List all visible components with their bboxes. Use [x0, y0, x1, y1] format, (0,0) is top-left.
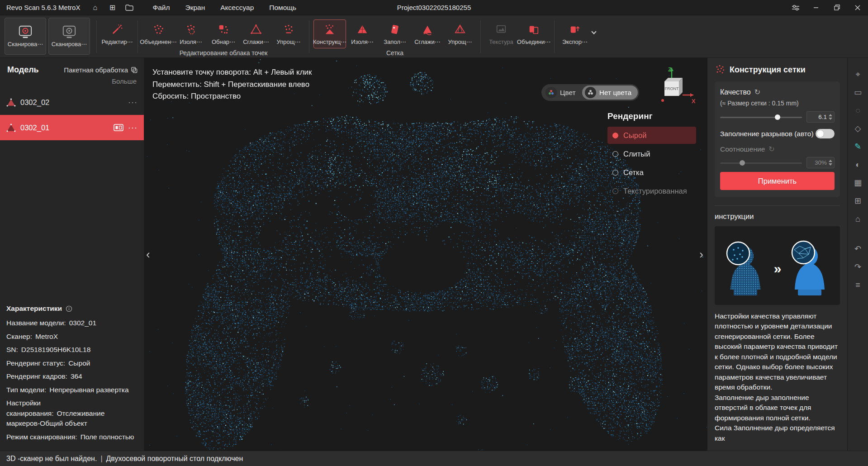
- export-group: Экспор⋯: [559, 18, 596, 48]
- home-view-icon[interactable]: ⌂: [851, 210, 865, 228]
- export-button[interactable]: Экспор⋯: [559, 19, 591, 48]
- prop-sn: SN:D25181905H6K10L18: [6, 345, 138, 355]
- collapse-right-arrow[interactable]: ›: [699, 248, 703, 260]
- render-option-mesh[interactable]: Сетка: [607, 164, 696, 181]
- ratio-value-box[interactable]: 30%: [806, 157, 835, 168]
- select-brush-icon[interactable]: ✎: [851, 138, 865, 156]
- point-cloud-group: Объединен⋯ Изоля⋯ Обнар⋯: [142, 18, 305, 57]
- menu-help[interactable]: Помощь: [263, 2, 303, 14]
- menu-accessory[interactable]: Аксессуар: [214, 2, 260, 14]
- pc-detect-button[interactable]: Обнар⋯: [207, 19, 240, 48]
- new-project-icon[interactable]: ⊞: [105, 2, 119, 14]
- sidebar-spacer: [0, 140, 144, 300]
- right-tool-rail: ⌖ ▭ ◌ ◇ ✎ ◐ ▦ ⊞ ⌂ ↶ ↷ ≡: [847, 58, 868, 451]
- fill-gaps-label: Заполнение разрывов (авто): [720, 130, 814, 138]
- ratio-slider-handle[interactable]: [740, 160, 745, 166]
- pc-smooth-button[interactable]: Сглажи⋯: [240, 19, 272, 48]
- ratio-slider[interactable]: [720, 160, 802, 166]
- scanner-icon: [18, 25, 33, 38]
- radio-selected-icon: [612, 133, 618, 138]
- minimize-button[interactable]: [806, 0, 826, 15]
- render-option-textured[interactable]: Текстурированная: [607, 182, 696, 200]
- select-rect-icon[interactable]: ▭: [851, 83, 865, 101]
- pc-merge-button[interactable]: Объединен⋯: [142, 19, 175, 48]
- render-option-raw[interactable]: Сырой: [607, 127, 696, 144]
- undo-icon[interactable]: ↶: [851, 240, 865, 258]
- pc-isolate-button[interactable]: Изоля⋯: [175, 19, 207, 48]
- mesh-simplify-button[interactable]: Упрощ⋯: [444, 19, 476, 48]
- toggle-color-option[interactable]: Цвет: [543, 86, 582, 100]
- render-option-fused[interactable]: Слитый: [607, 145, 696, 162]
- menu-icon[interactable]: ≡: [851, 276, 865, 294]
- select-polygon-icon[interactable]: ◇: [851, 119, 865, 138]
- model-name: 0302_01: [20, 124, 109, 132]
- select-lasso-icon[interactable]: ◌: [851, 101, 865, 119]
- close-button[interactable]: [847, 0, 868, 15]
- instructions-title: инструкции: [715, 212, 840, 221]
- ribbon-divider: [138, 20, 138, 53]
- point-cloud-bust: [727, 242, 760, 295]
- redo-icon[interactable]: ↷: [851, 258, 865, 276]
- point-cloud-smooth-icon: [250, 23, 262, 36]
- panel-divider: [715, 205, 840, 206]
- viewport-hints: Установите точку поворота: Alt + Левый к…: [152, 67, 312, 103]
- texture-button[interactable]: Текстура: [485, 19, 517, 48]
- viewport-3d[interactable]: Установите точку поворота: Alt + Левый к…: [144, 58, 707, 451]
- statusbar: 3D -сканер не был найден. | Двухосевой п…: [0, 451, 868, 466]
- scan-button-1[interactable]: Сканирова⋯: [5, 18, 46, 55]
- model-row-0302-02[interactable]: 0302_02 ···: [0, 90, 144, 115]
- model-row-0302-01[interactable]: 0302_01 ···: [0, 115, 144, 140]
- menu-file[interactable]: Файл: [146, 2, 176, 14]
- ribbon-toolbar: Сканирова⋯ Сканирова⋯ Редактир⋯ Объед: [0, 15, 868, 58]
- collapse-left-arrow[interactable]: ‹: [146, 248, 150, 260]
- batch-processing-button[interactable]: Пакетная обработка: [64, 66, 138, 74]
- grid-view-icon[interactable]: ▦: [851, 174, 865, 192]
- model-menu-button[interactable]: ···: [128, 123, 138, 133]
- frames-icon[interactable]: [114, 124, 123, 132]
- merge-models-icon: [528, 23, 540, 36]
- edit-button[interactable]: Редактир⋯: [101, 19, 133, 48]
- prop-scan-settings: Настройки сканирования:Отслеживание марк…: [6, 398, 138, 428]
- orientation-gizmo[interactable]: Z X FRONT: [654, 65, 697, 110]
- info-icon[interactable]: [66, 305, 72, 312]
- model-menu-button[interactable]: ···: [128, 98, 138, 107]
- apply-button[interactable]: Применить: [720, 172, 835, 190]
- point-cloud-simplify-icon: [283, 23, 294, 36]
- ribbon-divider: [96, 20, 97, 53]
- gray-dots-icon: [585, 87, 596, 98]
- batch-copy-icon: [131, 67, 138, 73]
- mesh-smooth-button[interactable]: Сглажи⋯: [411, 19, 444, 48]
- home-icon[interactable]: ⌂: [88, 2, 102, 14]
- radio-disabled-icon: [612, 188, 618, 194]
- mesh-isolate-button[interactable]: Изоля⋯: [346, 19, 379, 48]
- quality-reset-icon[interactable]: ↻: [754, 88, 760, 96]
- merge-button[interactable]: Объедини⋯: [517, 19, 550, 48]
- ratio-stepper[interactable]: [829, 160, 832, 166]
- quality-value-box[interactable]: 6.1: [806, 111, 835, 123]
- menu-screen[interactable]: Экран: [179, 2, 212, 14]
- more-button[interactable]: Больше: [0, 76, 144, 90]
- model-mesh-icon: [6, 123, 16, 133]
- pick-tool-icon[interactable]: ⌖: [851, 65, 865, 83]
- export-icon: [569, 23, 581, 36]
- fill-gaps-toggle[interactable]: [816, 129, 835, 138]
- quality-slider[interactable]: [720, 114, 802, 120]
- mesh-construct-button[interactable]: Конструкц⋯: [313, 19, 346, 48]
- toggle-no-color-option[interactable]: Нет цвета: [582, 86, 638, 100]
- ratio-reset-icon[interactable]: ↻: [768, 145, 774, 153]
- color-dots-icon: [545, 87, 557, 98]
- quality-slider-handle[interactable]: [775, 114, 780, 120]
- grid-size-hint: (≈ Размер сетки : 0.15 mm): [720, 100, 835, 107]
- invert-selection-icon[interactable]: ◐: [851, 156, 865, 174]
- settings-tune-icon[interactable]: [786, 0, 806, 15]
- export-dropdown-chevron-icon[interactable]: [591, 29, 596, 34]
- scan-button-2[interactable]: Сканирова⋯: [48, 18, 90, 55]
- turntable-status-message: Двухосевой поворотный стол подключен: [106, 455, 243, 463]
- open-folder-icon[interactable]: [123, 2, 136, 14]
- restore-button[interactable]: [826, 0, 847, 15]
- add-view-icon[interactable]: ⊞: [851, 192, 865, 210]
- pc-simplify-button[interactable]: Упрощ⋯: [272, 19, 305, 48]
- panel-title: Конструкция сетки: [730, 65, 806, 75]
- quality-stepper[interactable]: [829, 114, 832, 120]
- mesh-fill-button[interactable]: Запол⋯: [379, 19, 411, 48]
